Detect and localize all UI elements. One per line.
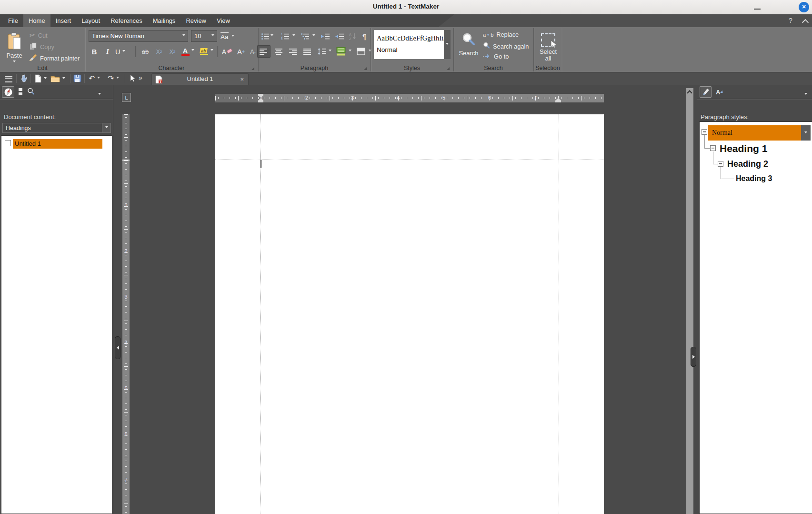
- character-styles-tab-button[interactable]: A: [714, 86, 725, 98]
- multilevel-list-caret[interactable]: [312, 34, 315, 38]
- sidebar-options-caret[interactable]: [98, 91, 101, 98]
- superscript-button[interactable]: X2: [167, 46, 178, 58]
- tab-layout[interactable]: Layout: [76, 14, 105, 27]
- tree-collapse-box[interactable]: [718, 161, 723, 167]
- subscript-button[interactable]: X2: [153, 46, 165, 58]
- tab-review[interactable]: Review: [180, 14, 211, 27]
- highlight-caret[interactable]: [211, 49, 213, 52]
- styles-panel-options-caret[interactable]: [804, 91, 807, 98]
- new-document-caret[interactable]: [44, 77, 47, 81]
- italic-button[interactable]: I: [102, 46, 113, 58]
- goto-button[interactable]: Go to: [483, 53, 509, 60]
- object-mode-button[interactable]: [129, 74, 136, 82]
- scroll-up-icon[interactable]: [688, 91, 692, 95]
- justify-button[interactable]: [301, 45, 314, 58]
- main-menu-button[interactable]: [5, 76, 12, 82]
- item-checkbox[interactable]: [5, 140, 11, 146]
- content-filter-combo[interactable]: Headings: [2, 123, 111, 133]
- bullet-list-caret[interactable]: [271, 34, 273, 38]
- font-color-caret[interactable]: [191, 49, 194, 52]
- help-icon[interactable]: ?: [789, 17, 792, 24]
- format-painter-button[interactable]: Format painter: [29, 53, 80, 63]
- shrink-font-button[interactable]: A -: [248, 46, 258, 58]
- tab-stop-selector[interactable]: L: [122, 93, 131, 102]
- style-item-heading1[interactable]: Heading 1: [720, 143, 767, 154]
- borders-button[interactable]: [355, 45, 367, 58]
- right-panel-collapse-handle[interactable]: [691, 347, 696, 367]
- style-item-heading3[interactable]: Heading 3: [736, 174, 772, 183]
- copy-button[interactable]: Copy: [30, 42, 54, 51]
- document-tab[interactable]: T Untitled 1 ×: [151, 73, 249, 85]
- open-button[interactable]: [50, 75, 65, 82]
- left-panel-collapse-handle[interactable]: [115, 336, 120, 359]
- font-name-caret[interactable]: [180, 34, 188, 38]
- highlight-button[interactable]: ab: [198, 46, 210, 58]
- font-color-button[interactable]: A: [180, 46, 190, 58]
- underline-button[interactable]: U: [115, 46, 125, 58]
- redo-button[interactable]: ↷: [108, 74, 119, 83]
- font-name-combo[interactable]: Times New Roman: [89, 30, 188, 42]
- new-document-button[interactable]: [34, 74, 47, 83]
- bold-button[interactable]: B: [89, 46, 100, 58]
- borders-caret[interactable]: [369, 50, 371, 53]
- toolbar-overflow-button[interactable]: »: [139, 74, 142, 81]
- increase-indent-button[interactable]: [320, 30, 331, 42]
- style-gallery-caret[interactable]: [444, 30, 451, 59]
- paragraph-styles-tab-button[interactable]: [700, 86, 712, 98]
- sidebar-navigator-button[interactable]: [2, 86, 14, 98]
- bullet-list-button[interactable]: [261, 30, 270, 42]
- tab-mailings[interactable]: Mailings: [148, 14, 181, 27]
- character-dialog-launcher[interactable]: [251, 67, 254, 70]
- content-list-item-selected[interactable]: Untitled 1: [13, 139, 102, 149]
- grow-font-button[interactable]: A +: [235, 46, 247, 58]
- minimize-button[interactable]: [754, 9, 761, 10]
- vertical-ruler[interactable]: 1 2 3 4 5 6 7: [122, 114, 130, 514]
- change-case-button[interactable]: Aa: [221, 31, 234, 41]
- numbered-list-button[interactable]: 123: [280, 30, 291, 42]
- style-item-normal[interactable]: Normal: [708, 125, 801, 141]
- sidebar-search-button[interactable]: [27, 88, 35, 97]
- tab-close-icon[interactable]: ×: [240, 76, 244, 83]
- content-filter-caret[interactable]: [102, 123, 110, 132]
- redo-caret[interactable]: [116, 77, 119, 80]
- tab-file[interactable]: File: [3, 14, 23, 27]
- vertical-scrollbar[interactable]: [686, 88, 693, 514]
- show-paragraph-marks-button[interactable]: ¶: [361, 30, 368, 42]
- open-caret[interactable]: [62, 77, 65, 81]
- horizontal-ruler[interactable]: 1 2 3 4 5 6 7: [215, 94, 604, 102]
- line-spacing-caret[interactable]: [329, 50, 331, 53]
- document-page[interactable]: [215, 114, 604, 514]
- tab-references[interactable]: References: [105, 14, 147, 27]
- touch-mode-button[interactable]: [20, 74, 28, 83]
- sidebar-pages-button[interactable]: [18, 88, 24, 97]
- line-spacing-button[interactable]: [316, 45, 328, 58]
- tab-view[interactable]: View: [211, 14, 235, 27]
- collapse-ribbon-icon[interactable]: [803, 20, 808, 25]
- tree-collapse-box[interactable]: [710, 145, 716, 151]
- numbered-list-caret[interactable]: [292, 34, 295, 38]
- tab-insert[interactable]: Insert: [50, 14, 77, 27]
- underline-caret[interactable]: [122, 50, 125, 53]
- style-item-caret[interactable]: [801, 125, 811, 141]
- select-all-button[interactable]: Select all: [535, 30, 561, 66]
- styles-dialog-launcher[interactable]: [447, 67, 450, 70]
- undo-caret[interactable]: [97, 77, 100, 80]
- decrease-indent-button[interactable]: [334, 30, 345, 42]
- align-left-button[interactable]: [257, 45, 271, 58]
- multilevel-list-button[interactable]: [300, 30, 311, 42]
- font-size-caret[interactable]: [209, 34, 217, 38]
- style-preview-box[interactable]: AaBbCcDdEeFfGgHhIiJj Normal: [374, 30, 444, 59]
- font-size-combo[interactable]: 10: [191, 30, 217, 42]
- close-button[interactable]: ×: [799, 2, 809, 12]
- align-right-button[interactable]: [287, 45, 300, 58]
- tab-home[interactable]: Home: [23, 14, 50, 27]
- clear-formatting-button[interactable]: A: [221, 46, 233, 58]
- sort-button[interactable]: AZ: [348, 30, 358, 42]
- search-again-button[interactable]: Search again: [483, 42, 529, 50]
- undo-button[interactable]: ↶: [89, 74, 100, 83]
- strikethrough-button[interactable]: ab: [139, 46, 151, 58]
- paragraph-dialog-launcher[interactable]: [364, 67, 367, 70]
- cut-button[interactable]: ✂ Cut: [30, 31, 48, 39]
- replace-button[interactable]: a b Replace: [483, 31, 519, 38]
- tree-collapse-box[interactable]: [702, 129, 707, 135]
